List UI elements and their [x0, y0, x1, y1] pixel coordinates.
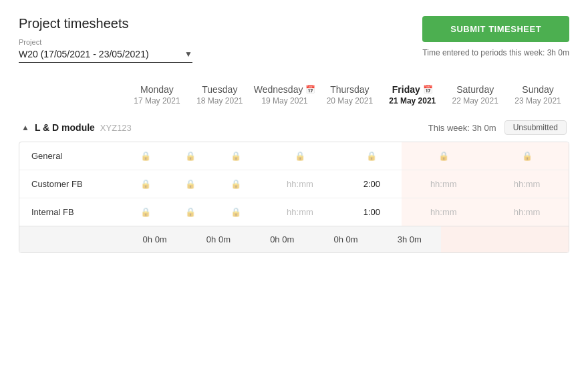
day-col-saturday: Saturday22 May 2021 [444, 79, 506, 108]
totals-label-cell [19, 226, 123, 252]
module-left: ▲ L & D module XYZ123 [21, 122, 132, 133]
module-code: XYZ123 [100, 123, 132, 133]
chevron-down-icon: ▼ [184, 49, 192, 59]
cell-1-5[interactable]: hh:mm [402, 170, 485, 198]
day-name-saturday: Saturday [456, 84, 494, 95]
day-name-wednesday: Wednesday [254, 84, 303, 95]
table-row: Customer FB🔒🔒🔒hh:mm2:00hh:mmhh:mm [19, 170, 569, 198]
day-name-monday: Monday [140, 84, 174, 95]
day-col-tuesday: Tuesday18 May 2021 [188, 79, 251, 108]
header-left: Project timesheets Project W20 (17/05/20… [19, 16, 192, 63]
cell-1-2: 🔒 [213, 170, 259, 198]
today-calendar-icon[interactable]: 📅 [423, 85, 433, 94]
cell-0-4: 🔒 [341, 142, 402, 170]
total-cell-3: 0h 0m [314, 226, 378, 252]
cell-2-5[interactable]: hh:mm [402, 198, 485, 226]
cell-1-4[interactable]: 2:00 [341, 170, 402, 198]
time-info-label: Time entered to periods this week: 3h 0m [422, 48, 569, 57]
cell-1-6[interactable]: hh:mm [485, 170, 569, 198]
row-label-customer-fb: Customer FB [19, 170, 123, 198]
day-date-wednesday: 19 May 2021 [254, 96, 316, 106]
cell-2-2: 🔒 [213, 198, 259, 226]
module-right: This week: 3h 0m Unsubmitted [428, 120, 567, 135]
day-date-tuesday: 18 May 2021 [191, 96, 249, 106]
time-table: General🔒🔒🔒🔒🔒🔒🔒Customer FB🔒🔒🔒hh:mm2:00hh:… [19, 142, 569, 226]
time-table-wrapper: General🔒🔒🔒🔒🔒🔒🔒Customer FB🔒🔒🔒hh:mm2:00hh:… [19, 142, 569, 253]
lock-icon: 🔒 [366, 151, 377, 161]
cell-0-2: 🔒 [213, 142, 259, 170]
totals-bar: 0h 0m0h 0m0h 0m0h 0m3h 0m [19, 226, 569, 252]
day-col-wednesday: Wednesday📅19 May 2021 [251, 79, 319, 108]
unsubmitted-badge: Unsubmitted [504, 120, 567, 135]
day-name-tuesday: Tuesday [202, 84, 237, 95]
cell-0-6: 🔒 [485, 142, 569, 170]
table-row: Internal FB🔒🔒🔒hh:mm1:00hh:mmhh:mm [19, 198, 569, 226]
day-name-sunday: Sunday [522, 84, 553, 95]
calendar-section: Monday17 May 2021Tuesday18 May 2021Wedne… [19, 79, 569, 253]
lock-icon: 🔒 [140, 179, 151, 189]
module-header: ▲ L & D module XYZ123 This week: 3h 0m U… [19, 114, 569, 142]
total-cell-0: 0h 0m [123, 226, 186, 252]
calendar-icon[interactable]: 📅 [305, 85, 315, 94]
day-date-monday: 17 May 2021 [128, 96, 186, 106]
time-input[interactable]: hh:mm [430, 179, 457, 189]
cell-0-1: 🔒 [168, 142, 214, 170]
cell-2-6[interactable]: hh:mm [485, 198, 569, 226]
lock-icon: 🔒 [185, 207, 196, 217]
time-input[interactable]: hh:mm [514, 207, 541, 217]
page-header: Project timesheets Project W20 (17/05/20… [19, 16, 569, 63]
cell-2-4[interactable]: 1:00 [341, 198, 402, 226]
day-col-sunday: Sunday23 May 2021 [506, 79, 569, 108]
day-col-friday: Friday📅21 May 2021 [381, 79, 444, 108]
cell-2-1: 🔒 [168, 198, 214, 226]
days-header: Monday17 May 2021Tuesday18 May 2021Wedne… [19, 79, 569, 108]
module-week-total: This week: 3h 0m [428, 123, 496, 133]
header-right: SUBMIT TIMESHEET Time entered to periods… [422, 16, 569, 57]
day-date-sunday: 23 May 2021 [509, 96, 567, 106]
cell-2-0: 🔒 [123, 198, 168, 226]
lock-icon: 🔒 [140, 151, 151, 161]
time-value: 1:00 [363, 207, 380, 217]
day-date-thursday: 20 May 2021 [321, 96, 378, 106]
lock-icon: 🔒 [231, 207, 241, 217]
lock-icon: 🔒 [295, 151, 305, 161]
cell-1-3[interactable]: hh:mm [259, 170, 342, 198]
collapse-icon[interactable]: ▲ [21, 123, 29, 132]
cell-0-5: 🔒 [402, 142, 485, 170]
project-select[interactable]: W20 (17/05/2021 - 23/05/2021) ▼ [19, 49, 192, 63]
cell-1-1: 🔒 [168, 170, 214, 198]
cell-1-0: 🔒 [123, 170, 168, 198]
project-select-value: W20 (17/05/2021 - 23/05/2021) [19, 49, 180, 59]
time-input[interactable]: hh:mm [287, 179, 313, 189]
day-date-saturday: 22 May 2021 [446, 96, 504, 106]
cell-0-0: 🔒 [123, 142, 168, 170]
time-value: 2:00 [363, 179, 380, 189]
time-input[interactable]: hh:mm [514, 179, 541, 189]
page-container: Project timesheets Project W20 (17/05/20… [0, 0, 588, 378]
lock-icon: 🔒 [522, 151, 533, 161]
lock-icon: 🔒 [438, 151, 449, 161]
project-label: Project [19, 38, 192, 46]
total-cell-4: 3h 0m [378, 226, 441, 252]
page-title: Project timesheets [19, 16, 192, 31]
row-label-general: General [19, 142, 123, 170]
time-input[interactable]: hh:mm [430, 207, 457, 217]
module-name: L & D module [35, 122, 95, 133]
lock-icon: 🔒 [231, 151, 241, 161]
day-col-monday: Monday17 May 2021 [126, 79, 188, 108]
table-row: General🔒🔒🔒🔒🔒🔒🔒 [19, 142, 569, 170]
total-cell-1: 0h 0m [186, 226, 250, 252]
cell-0-3: 🔒 [259, 142, 342, 170]
submit-timesheet-button[interactable]: SUBMIT TIMESHEET [422, 16, 569, 42]
day-name-friday: Friday [392, 84, 420, 95]
cell-2-3[interactable]: hh:mm [259, 198, 342, 226]
time-input[interactable]: hh:mm [287, 207, 313, 217]
day-name-thursday: Thursday [330, 84, 369, 95]
day-col-thursday: Thursday20 May 2021 [318, 79, 381, 108]
total-cell-2: 0h 0m [251, 226, 314, 252]
total-cell-5 [441, 226, 504, 252]
total-cell-6 [505, 226, 569, 252]
row-label-internal-fb: Internal FB [19, 198, 123, 226]
lock-icon: 🔒 [231, 179, 241, 189]
lock-icon: 🔒 [185, 151, 196, 161]
